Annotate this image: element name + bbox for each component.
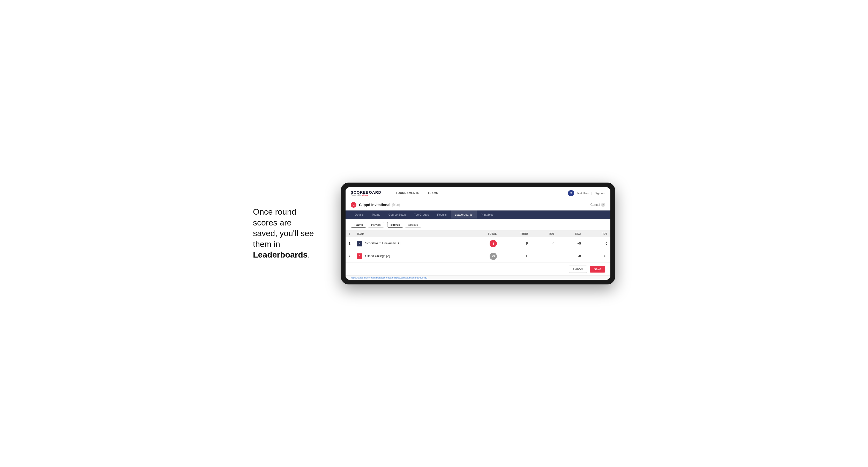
cancel-label: Cancel (590, 203, 600, 207)
header-right: S Test User | Sign out (568, 190, 605, 196)
total-badge-1: -5 (490, 240, 497, 247)
table-header: # TEAM TOTAL THRU RD1 RD2 RD3 (345, 230, 610, 238)
footer-save-button[interactable]: Save (590, 266, 605, 273)
logo-area: SCOREBOARD Powered by clippd (351, 190, 381, 196)
rd1-1: -4 (531, 238, 558, 250)
tab-results[interactable]: Results (433, 211, 451, 219)
tournament-subtitle: (Men) (392, 203, 400, 207)
tablet-device: SCOREBOARD Powered by clippd TOURNAMENTS… (341, 183, 615, 284)
col-thru: THRU (500, 230, 531, 238)
main-nav: TOURNAMENTS TEAMS (392, 190, 442, 196)
col-rd3: RD3 (584, 230, 610, 238)
rank-2: 2 (345, 250, 353, 263)
tournament-title: Clippd Invitational (359, 203, 390, 207)
total-1: -5 (466, 238, 500, 250)
close-icon[interactable]: ✕ (601, 203, 605, 207)
tab-printables[interactable]: Printables (477, 211, 498, 219)
tournament-icon: C (351, 202, 356, 208)
nav-teams[interactable]: TEAMS (424, 190, 442, 196)
footer-cancel-button[interactable]: Cancel (569, 266, 587, 273)
tab-leaderboards[interactable]: Leaderboards (451, 211, 477, 219)
leaderboard-table: # TEAM TOTAL THRU RD1 RD2 RD3 1 (345, 230, 610, 263)
tab-course-setup[interactable]: Course Setup (384, 211, 410, 219)
content-area: # TEAM TOTAL THRU RD1 RD2 RD3 1 (345, 230, 610, 263)
table-body: 1 S Scoreboard University [A] -5 F -4 +5 (345, 238, 610, 263)
col-team: TEAM (353, 230, 466, 238)
page-wrapper: Once round scores are saved, you'll see … (253, 183, 615, 284)
tablet-screen: SCOREBOARD Powered by clippd TOURNAMENTS… (345, 187, 610, 280)
app-logo: SCOREBOARD (351, 190, 381, 194)
app-footer: Cancel Save (345, 263, 610, 275)
left-line4: them in (253, 240, 280, 249)
rank-1: 1 (345, 238, 353, 250)
left-line3: saved, you'll see (253, 228, 314, 238)
url-bar: https://stage-blue-coach.stagescoreboard… (345, 275, 610, 280)
filter-scores-button[interactable]: Scores (387, 222, 403, 227)
rd3-2: +3 (584, 250, 610, 263)
rd2-2: -8 (558, 250, 584, 263)
left-text: Once round scores are saved, you'll see … (253, 207, 326, 260)
team-label-1: Scoreboard University [A] (365, 242, 400, 245)
powered-by: Powered by clippd (351, 194, 381, 196)
left-line2: scores are (253, 218, 291, 227)
left-line5-bold: Leaderboards (253, 250, 308, 259)
tab-details[interactable]: Details (351, 211, 368, 219)
secondary-nav: Details Teams Course Setup Tee Groups Re… (345, 211, 610, 219)
separator: | (591, 192, 592, 195)
table-row: 2 C Clippd College [A] +3 F +8 -8 +3 (345, 250, 610, 263)
app-header: SCOREBOARD Powered by clippd TOURNAMENTS… (345, 187, 610, 199)
left-line5-suffix: . (308, 250, 310, 259)
col-rd2: RD2 (558, 230, 584, 238)
thru-1: F (500, 238, 531, 250)
col-rank: # (345, 230, 353, 238)
team-logo-1: S (356, 241, 362, 246)
team-label-2: Clippd College [A] (365, 254, 390, 258)
col-rd1: RD1 (531, 230, 558, 238)
team-logo-2: C (356, 253, 362, 259)
left-line1: Once round (253, 207, 296, 216)
user-name: Test User (577, 192, 589, 195)
filter-strokes-button[interactable]: Strokes (405, 222, 421, 227)
user-avatar: S (568, 190, 574, 196)
total-2: +3 (466, 250, 500, 263)
team-name-2: C Clippd College [A] (353, 250, 466, 263)
team-name-1: S Scoreboard University [A] (353, 238, 466, 250)
table-row: 1 S Scoreboard University [A] -5 F -4 +5 (345, 238, 610, 250)
total-badge-2: +3 (490, 253, 497, 260)
brand-name: clippd (362, 194, 368, 196)
tab-teams[interactable]: Teams (368, 211, 384, 219)
filter-row: Teams Players Scores Strokes (345, 219, 610, 230)
tournament-cancel-button[interactable]: Cancel ✕ (590, 203, 605, 207)
col-total: TOTAL (466, 230, 500, 238)
thru-2: F (500, 250, 531, 263)
rd3-1: -6 (584, 238, 610, 250)
filter-teams-button[interactable]: Teams (351, 222, 366, 227)
rd2-1: +5 (558, 238, 584, 250)
sign-out-link[interactable]: Sign out (595, 192, 605, 195)
tab-tee-groups[interactable]: Tee Groups (410, 211, 433, 219)
tournament-header: C Clippd Invitational (Men) Cancel ✕ (345, 199, 610, 211)
filter-players-button[interactable]: Players (368, 222, 384, 227)
nav-tournaments[interactable]: TOURNAMENTS (392, 190, 424, 196)
rd1-2: +8 (531, 250, 558, 263)
